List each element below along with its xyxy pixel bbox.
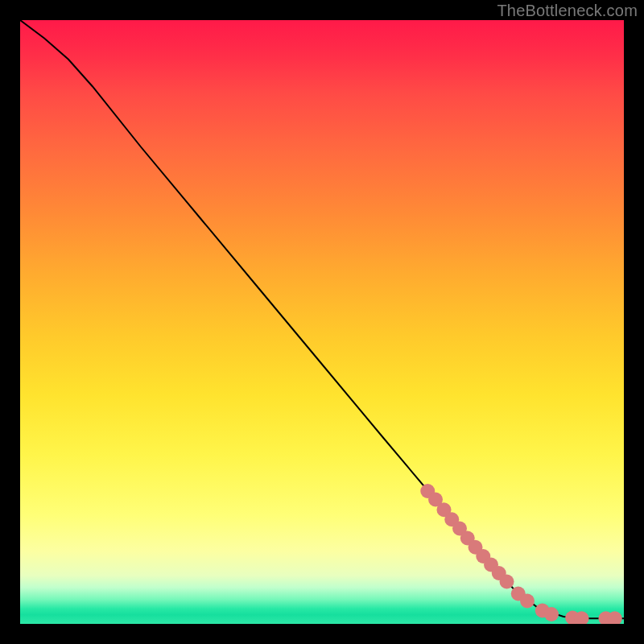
chart-stage: TheBottleneck.com — [0, 0, 644, 644]
data-marker — [500, 575, 514, 589]
chart-plot-area — [20, 20, 624, 624]
data-marker — [544, 607, 559, 621]
marker-group — [420, 484, 622, 624]
bottleneck-curve — [20, 20, 624, 618]
watermark-text: TheBottleneck.com — [497, 2, 638, 20]
chart-overlay — [20, 20, 624, 624]
data-marker — [520, 594, 535, 609]
